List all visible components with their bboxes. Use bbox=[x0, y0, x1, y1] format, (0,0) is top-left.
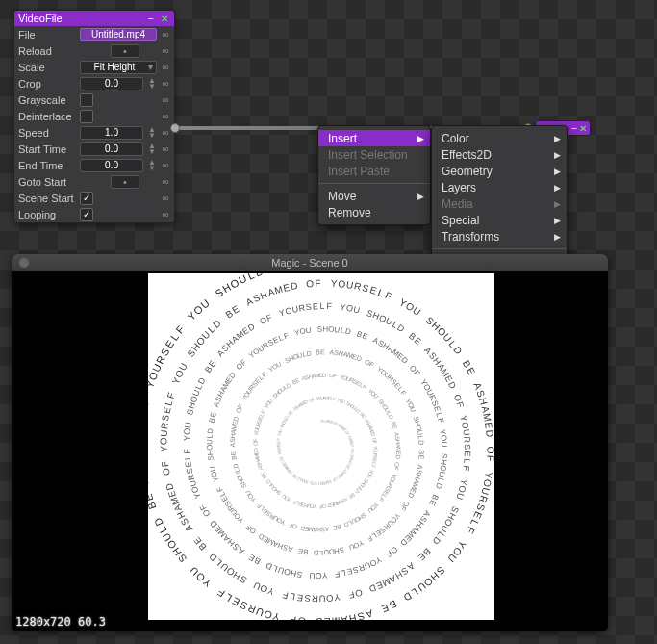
speed-field[interactable]: 1.0 bbox=[80, 126, 143, 140]
svg-text:E: E bbox=[463, 451, 472, 457]
context-menu-item[interactable]: Insert▶ bbox=[318, 130, 430, 146]
window-close-icon[interactable] bbox=[19, 258, 29, 268]
link-icon[interactable]: ∞ bbox=[161, 111, 170, 121]
svg-text:E: E bbox=[320, 348, 325, 355]
context-menu-item[interactable]: Remove bbox=[318, 204, 430, 220]
gotostart-button[interactable] bbox=[111, 175, 139, 189]
endtime-field[interactable]: 0.0 bbox=[80, 159, 143, 172]
svg-text:R: R bbox=[312, 594, 318, 605]
submenu-item[interactable]: Color▶ bbox=[432, 130, 567, 146]
link-icon[interactable]: ∞ bbox=[161, 94, 170, 105]
svg-text:D: D bbox=[343, 521, 350, 528]
reload-button[interactable] bbox=[111, 44, 139, 58]
link-icon[interactable]: ∞ bbox=[161, 29, 170, 39]
close-icon[interactable]: ✕ bbox=[159, 13, 170, 24]
svg-text:E: E bbox=[417, 454, 425, 460]
resolution-overlay: 1280x720 60.3 bbox=[15, 615, 106, 629]
chevron-right-icon: ▶ bbox=[554, 150, 561, 160]
svg-text:F: F bbox=[333, 373, 338, 379]
deinterlace-checkbox[interactable] bbox=[80, 110, 93, 123]
reload-label: Reload bbox=[18, 45, 76, 57]
svg-text:O: O bbox=[158, 437, 168, 445]
minimize-icon[interactable]: − bbox=[571, 123, 577, 134]
svg-text:U: U bbox=[309, 571, 316, 580]
chevron-right-icon: ▶ bbox=[554, 183, 561, 193]
stepper-icon[interactable] bbox=[147, 143, 157, 155]
submenu-item[interactable]: Effects2D▶ bbox=[432, 146, 567, 163]
stepper-icon[interactable] bbox=[147, 127, 157, 139]
svg-text:D: D bbox=[313, 548, 318, 556]
preview-title: Magic - Scene 0 bbox=[271, 257, 347, 269]
svg-text:F: F bbox=[311, 397, 315, 402]
link-icon[interactable]: ∞ bbox=[161, 176, 170, 187]
context-menu: Insert▶Insert SelectionInsert PasteMove▶… bbox=[317, 125, 431, 225]
svg-text:D: D bbox=[370, 432, 377, 437]
scenestart-checkbox[interactable]: ✓ bbox=[80, 192, 93, 205]
link-icon[interactable]: ∞ bbox=[161, 160, 170, 170]
svg-text:F: F bbox=[347, 589, 355, 601]
svg-text:F: F bbox=[335, 569, 341, 580]
preview-canvas: YOU SHOULD BE ASHAMED OF YOURSELF YOU SH… bbox=[148, 273, 494, 620]
submenu-item[interactable]: Special▶ bbox=[432, 212, 567, 228]
grayscale-label: Grayscale bbox=[18, 94, 76, 106]
chevron-right-icon: ▶ bbox=[554, 167, 561, 176]
scale-label: Scale bbox=[18, 62, 76, 73]
context-menu-item[interactable]: Move▶ bbox=[318, 188, 430, 204]
svg-text:D: D bbox=[151, 516, 164, 528]
preview-titlebar[interactable]: Magic - Scene 0 bbox=[12, 254, 608, 271]
svg-text:F: F bbox=[465, 525, 477, 535]
svg-text:F: F bbox=[215, 586, 227, 600]
link-icon[interactable]: ∞ bbox=[161, 62, 170, 72]
looping-checkbox[interactable]: ✓ bbox=[80, 208, 93, 221]
svg-text:E: E bbox=[209, 411, 218, 419]
svg-text:F: F bbox=[164, 391, 176, 399]
svg-text:A: A bbox=[148, 476, 150, 485]
svg-text:D: D bbox=[254, 273, 265, 278]
node-header[interactable]: VideoFile − ✕ bbox=[14, 11, 174, 26]
svg-text:E: E bbox=[148, 493, 155, 502]
svg-text:D: D bbox=[327, 502, 332, 508]
svg-text:F: F bbox=[182, 449, 191, 454]
endtime-label: End Time bbox=[18, 160, 76, 171]
scenestart-label: Scene Start bbox=[18, 193, 76, 204]
link-icon[interactable]: ∞ bbox=[161, 127, 170, 138]
svg-text:U: U bbox=[461, 428, 471, 436]
link-icon[interactable]: ∞ bbox=[161, 193, 170, 203]
svg-text:M: M bbox=[331, 615, 341, 620]
close-icon[interactable]: ✕ bbox=[579, 123, 587, 134]
svg-text:E: E bbox=[230, 451, 237, 456]
svg-text:O: O bbox=[326, 593, 334, 604]
file-field[interactable]: Untitled.mp4 bbox=[80, 28, 157, 41]
svg-text:M: M bbox=[481, 412, 493, 422]
link-icon[interactable]: ∞ bbox=[161, 45, 170, 56]
link-icon[interactable]: ∞ bbox=[161, 78, 170, 89]
svg-text:E: E bbox=[483, 422, 494, 429]
svg-text:U: U bbox=[348, 542, 356, 552]
svg-text:F: F bbox=[253, 438, 259, 443]
deinterlace-label: Deinterlace bbox=[18, 111, 76, 122]
link-icon[interactable]: ∞ bbox=[161, 209, 170, 219]
starttime-field[interactable]: 0.0 bbox=[80, 142, 143, 156]
grayscale-checkbox[interactable] bbox=[80, 93, 93, 107]
svg-text:L: L bbox=[290, 591, 296, 603]
videofile-node[interactable]: VideoFile − ✕ File Untitled.mp4 ∞ Reload… bbox=[13, 10, 175, 223]
link-icon[interactable]: ∞ bbox=[161, 143, 170, 154]
crop-field[interactable]: 0.0 bbox=[80, 77, 143, 90]
speed-label: Speed bbox=[18, 127, 76, 139]
scale-select[interactable]: Fit Height bbox=[80, 61, 157, 74]
submenu-item: Media▶ bbox=[432, 195, 567, 212]
output-port[interactable] bbox=[170, 123, 180, 133]
svg-text:F: F bbox=[326, 301, 333, 311]
submenu-item[interactable]: Layers▶ bbox=[432, 179, 567, 195]
svg-text:S: S bbox=[463, 444, 472, 450]
submenu-item[interactable]: Geometry▶ bbox=[432, 163, 567, 179]
minimize-icon[interactable]: − bbox=[145, 13, 157, 24]
svg-text:A: A bbox=[341, 614, 349, 620]
stepper-icon[interactable] bbox=[147, 78, 157, 90]
svg-text:E: E bbox=[183, 461, 193, 468]
svg-text:O: O bbox=[161, 467, 172, 477]
chevron-right-icon: ▶ bbox=[554, 134, 561, 143]
svg-text:Y: Y bbox=[330, 278, 338, 290]
submenu-item[interactable]: Transforms▶ bbox=[432, 228, 567, 245]
stepper-icon[interactable] bbox=[147, 160, 157, 171]
